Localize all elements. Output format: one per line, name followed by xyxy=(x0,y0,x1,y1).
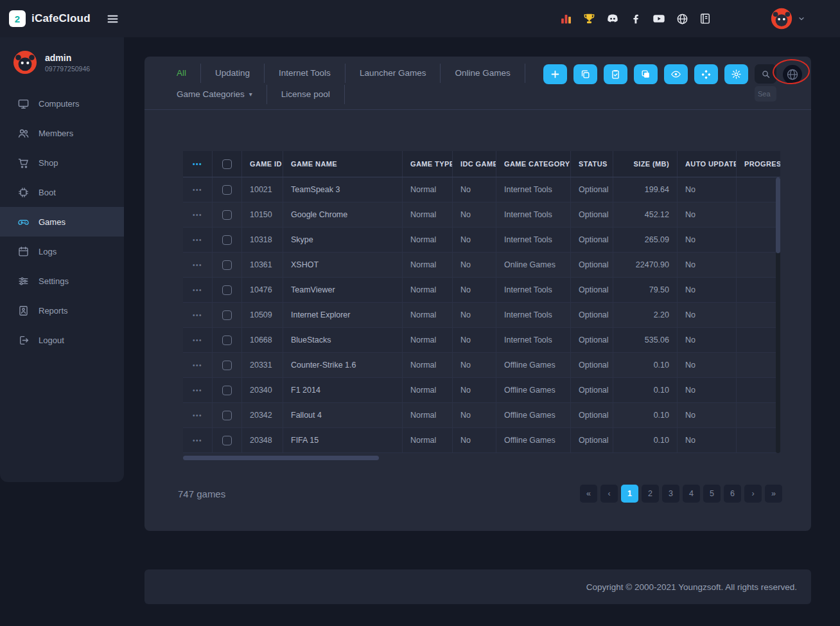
row-menu-icon[interactable]: ••• xyxy=(183,378,213,402)
table-vertical-scrollbar[interactable] xyxy=(776,177,780,453)
header-progress[interactable]: PROGRESS xyxy=(737,151,780,177)
tab-online-games[interactable]: Online Games xyxy=(441,64,525,83)
game-settings-button[interactable] xyxy=(724,64,748,84)
table-horizontal-scrollbar[interactable] xyxy=(183,456,780,460)
row-menu-icon[interactable]: ••• xyxy=(183,353,213,377)
search-input[interactable] xyxy=(755,86,776,102)
tab-internet-tools[interactable]: Internet Tools xyxy=(265,64,346,83)
sidebar-item-reports[interactable]: Reports xyxy=(0,296,124,325)
menu-toggle-icon[interactable] xyxy=(106,12,119,26)
row-checkbox[interactable] xyxy=(222,386,232,395)
sidebar-item-settings[interactable]: Settings xyxy=(0,266,124,296)
update-check-button[interactable] xyxy=(604,64,627,84)
user-menu[interactable] xyxy=(771,8,805,30)
row-menu-icon[interactable]: ••• xyxy=(183,303,213,327)
copy-games-button[interactable] xyxy=(573,64,597,84)
page-4-button[interactable]: 4 xyxy=(683,485,700,503)
header-idc-game[interactable]: IDC GAME xyxy=(453,151,496,177)
header-game-category[interactable]: GAME CATEGORY xyxy=(496,151,571,177)
header-auto-update[interactable]: AUTO UPDATE xyxy=(678,151,737,177)
tab-license-pool[interactable]: License pool xyxy=(267,85,345,104)
chart-icon[interactable] xyxy=(559,12,573,26)
facebook-icon[interactable] xyxy=(629,12,642,25)
sidebar-item-boot[interactable]: Boot xyxy=(0,177,124,207)
clone-button[interactable] xyxy=(634,64,658,84)
cell-game-name: Internet Explorer xyxy=(283,303,403,327)
globe-icon[interactable] xyxy=(676,12,689,26)
row-menu-icon[interactable]: ••• xyxy=(183,428,213,452)
row-menu-icon[interactable]: ••• xyxy=(183,202,213,227)
page-first-button[interactable]: « xyxy=(580,485,597,503)
manual-book-icon[interactable] xyxy=(699,12,712,25)
header-game-id[interactable]: GAME ID xyxy=(242,151,283,177)
row-checkbox[interactable] xyxy=(222,310,232,320)
table-row: ••• 10150 Google Chrome Normal No Intern… xyxy=(183,202,780,228)
row-menu-icon[interactable]: ••• xyxy=(183,403,213,427)
dark-globe-icon xyxy=(785,67,800,82)
header-status[interactable]: STATUS xyxy=(571,151,613,177)
sidebar-item-members[interactable]: Members xyxy=(0,118,124,148)
cell-auto-update: No xyxy=(678,228,737,252)
sidebar-avatar xyxy=(13,50,37,75)
sidebar-item-games[interactable]: Games xyxy=(0,207,124,237)
sidebar-item-computers[interactable]: Computers xyxy=(0,89,124,118)
select-all-checkbox[interactable] xyxy=(222,159,232,169)
page-6-button[interactable]: 6 xyxy=(724,485,741,503)
row-checkbox[interactable] xyxy=(222,411,232,420)
vertical-scrollbar-thumb[interactable] xyxy=(776,177,780,253)
row-checkbox[interactable] xyxy=(222,210,232,220)
cell-game-id: 10476 xyxy=(242,278,283,302)
row-checkbox[interactable] xyxy=(222,335,232,345)
header-size-mb[interactable]: SIZE (MB) xyxy=(613,151,678,177)
row-menu-icon[interactable]: ••• xyxy=(183,177,213,202)
row-menu-icon[interactable]: ••• xyxy=(183,228,213,252)
horizontal-scrollbar-thumb[interactable] xyxy=(183,456,379,460)
tab-all[interactable]: All xyxy=(162,64,201,83)
user-avatar[interactable] xyxy=(771,8,792,30)
tab-label: Updating xyxy=(215,64,250,83)
svg-text:2: 2 xyxy=(15,13,20,24)
page-1-button[interactable]: 1 xyxy=(621,485,638,503)
sidebar-item-shop[interactable]: Shop xyxy=(0,148,124,177)
page-5-button[interactable]: 5 xyxy=(703,485,721,503)
show-hide-button[interactable] xyxy=(664,64,688,84)
row-checkbox[interactable] xyxy=(222,185,232,195)
sidebar-item-logs[interactable]: Logs xyxy=(0,237,124,266)
row-menu-icon[interactable]: ••• xyxy=(183,253,213,277)
search-button[interactable] xyxy=(755,64,776,84)
discord-icon[interactable] xyxy=(606,12,620,26)
page-3-button[interactable]: 3 xyxy=(662,485,679,503)
row-checkbox[interactable] xyxy=(222,361,232,370)
row-checkbox[interactable] xyxy=(222,235,232,245)
sidebar-item-label: Computers xyxy=(39,99,80,109)
tab-updating[interactable]: Updating xyxy=(201,64,265,83)
web-boot-button[interactable] xyxy=(783,65,802,84)
header-game-name[interactable]: GAME NAME xyxy=(283,151,403,177)
row-checkbox[interactable] xyxy=(222,285,232,295)
row-checkbox-cell xyxy=(213,378,242,402)
row-checkbox[interactable] xyxy=(222,436,232,445)
header-actions-menu[interactable]: ••• xyxy=(183,151,213,177)
cell-game-name: TeamSpeak 3 xyxy=(283,177,403,202)
row-menu-icon[interactable]: ••• xyxy=(183,328,213,352)
profile-phone: 097797250946 xyxy=(45,65,90,73)
page-last-button[interactable]: » xyxy=(765,485,782,503)
page-prev-button[interactable]: ‹ xyxy=(600,485,618,503)
category-manage-button[interactable] xyxy=(694,64,718,84)
user-menu-chevron-icon[interactable] xyxy=(798,15,805,22)
sidebar-item-logout[interactable]: Logout xyxy=(0,325,124,355)
row-checkbox[interactable] xyxy=(222,260,232,270)
youtube-icon[interactable] xyxy=(652,12,666,26)
cell-status: Optional xyxy=(571,278,613,302)
add-game-button[interactable] xyxy=(543,64,567,84)
row-menu-icon[interactable]: ••• xyxy=(183,278,213,302)
tab-launcher-games[interactable]: Launcher Games xyxy=(346,64,441,83)
cell-game-category: Offline Games xyxy=(496,378,571,402)
header-game-type[interactable]: GAME TYPE xyxy=(403,151,453,177)
page-2-button[interactable]: 2 xyxy=(642,485,659,503)
tab-game-categories[interactable]: Game Categories ▾ xyxy=(162,85,267,104)
trophy-icon[interactable] xyxy=(582,12,596,26)
row-checkbox-cell xyxy=(213,253,242,277)
tab-label: Game Categories xyxy=(177,85,245,104)
page-next-button[interactable]: › xyxy=(744,485,762,503)
